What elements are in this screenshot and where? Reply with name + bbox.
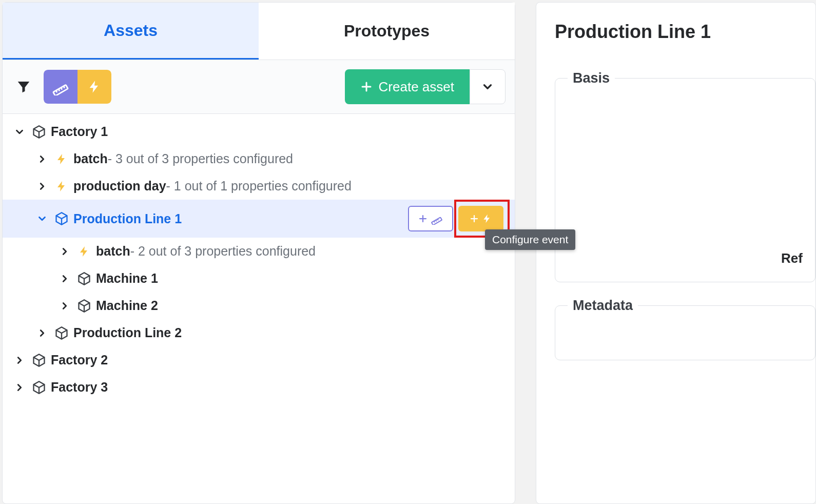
cube-icon (53, 211, 70, 226)
add-measurement-button[interactable] (408, 206, 453, 231)
bolt-icon (75, 245, 93, 258)
refresh-label[interactable]: Ref (568, 250, 803, 266)
svg-rect-0 (53, 85, 68, 95)
svg-rect-9 (432, 217, 442, 225)
detail-panel: Production Line 1 Basis Ref Metadata (536, 2, 816, 504)
filter-icon[interactable] (12, 75, 35, 99)
tree-node-factory-2[interactable]: Factory 2 (3, 346, 515, 374)
tabs: Assets Prototypes (3, 3, 515, 60)
add-event-button[interactable] (458, 206, 503, 231)
chevron-right-icon[interactable] (57, 300, 72, 312)
cube-icon (30, 353, 48, 367)
tree-node-label: batch (73, 151, 108, 166)
chevron-right-icon[interactable] (12, 382, 27, 393)
cube-icon (75, 299, 93, 313)
ruler-icon (52, 78, 69, 95)
tooltip-configure-event: Configure event (485, 229, 575, 250)
cube-icon (30, 125, 48, 139)
chevron-right-icon[interactable] (34, 153, 50, 165)
section-basis-legend: Basis (568, 70, 615, 86)
bolt-icon (53, 153, 70, 165)
plus-icon (360, 81, 373, 93)
create-asset-group: Create asset (345, 69, 506, 104)
cube-icon (75, 272, 93, 286)
detail-title: Production Line 1 (555, 21, 815, 43)
tree-node-label: Production Line 2 (73, 325, 182, 340)
create-asset-button[interactable]: Create asset (345, 69, 470, 104)
chevron-right-icon[interactable] (12, 355, 27, 366)
ruler-icon (431, 212, 443, 225)
chevron-right-icon[interactable] (34, 327, 50, 339)
tree-node-label: production day (73, 179, 166, 193)
create-asset-label: Create asset (379, 79, 454, 95)
tree-node-factory-3[interactable]: Factory 3 (3, 374, 515, 401)
tree-node-label: Factory 3 (51, 380, 108, 395)
section-metadata: Metadata (555, 298, 815, 360)
section-basis: Basis Ref (555, 70, 815, 282)
tree-node-detail: - 3 out of 3 properties configured (108, 151, 293, 166)
bolt-icon (53, 180, 70, 192)
chevron-right-icon[interactable] (34, 181, 50, 192)
tree-node-production-line-2[interactable]: Production Line 2 (3, 319, 515, 346)
view-toggle-group (44, 70, 111, 104)
tree-node-production-day[interactable]: production day - 1 out of 1 properties c… (3, 172, 515, 200)
section-metadata-legend: Metadata (568, 298, 638, 314)
plus-icon (470, 214, 479, 223)
chevron-down-icon[interactable] (12, 126, 27, 138)
create-asset-menu-button[interactable] (470, 69, 506, 104)
tree-node-machine-1[interactable]: Machine 1 (3, 265, 515, 292)
left-panel: Assets Prototypes Create asset (2, 2, 515, 504)
tree-node-label: Production Line 1 (73, 211, 182, 226)
tree-node-label: batch (96, 244, 130, 259)
tree-node-detail: - 2 out of 3 properties configured (130, 244, 316, 259)
tree-node-label: Machine 2 (96, 298, 158, 313)
tree-node-batch-1[interactable]: batch - 3 out of 3 properties configured (3, 145, 515, 172)
tree-node-label: Machine 1 (96, 271, 158, 286)
chevron-right-icon[interactable] (57, 273, 72, 284)
toggle-events-button[interactable] (77, 70, 111, 104)
chevron-down-icon (481, 80, 494, 93)
plus-icon (418, 214, 428, 223)
tab-prototypes[interactable]: Prototypes (259, 3, 515, 60)
tree-node-batch-2[interactable]: batch - 2 out of 3 properties configured (3, 238, 515, 265)
cube-icon (53, 326, 70, 340)
chevron-down-icon[interactable] (34, 213, 50, 224)
tree-node-production-line-1[interactable]: Production Line 1 Configure event (3, 200, 515, 238)
tree-node-machine-2[interactable]: Machine 2 (3, 292, 515, 319)
tree-node-detail: - 1 out of 1 properties configured (166, 179, 352, 193)
bolt-icon (87, 80, 102, 94)
toolbar: Create asset (3, 60, 515, 114)
tree-node-factory-1[interactable]: Factory 1 (3, 118, 515, 145)
tab-assets[interactable]: Assets (3, 3, 259, 60)
bolt-icon (482, 214, 492, 224)
tree-node-label: Factory 2 (51, 353, 108, 367)
tree-node-label: Factory 1 (51, 124, 108, 139)
cube-icon (30, 380, 48, 395)
asset-tree: Factory 1 batch - 3 out of 3 properties … (3, 114, 515, 401)
row-actions: Configure event (408, 206, 503, 231)
toggle-measurements-button[interactable] (44, 70, 77, 104)
chevron-right-icon[interactable] (57, 246, 72, 257)
